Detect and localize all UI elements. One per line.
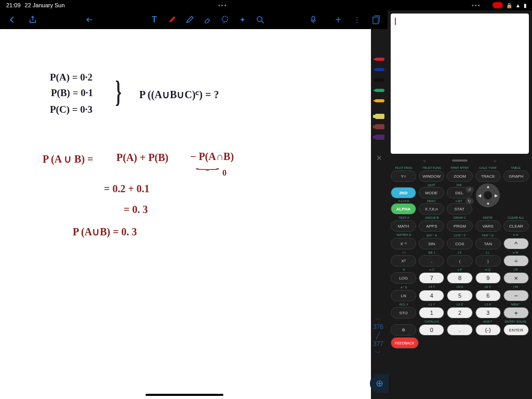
status-bar: 21:09 22 January Sun ••• ••• 🔒 ▲ ▮: [0, 0, 532, 10]
handwriting-canvas[interactable]: P(A) = 0·2 P(B) = 0·1 P(C) = 0·3 } P ((A…: [0, 29, 388, 399]
eraser-tool-icon[interactable]: [203, 15, 212, 24]
calc-7-button[interactable]: 7: [419, 272, 444, 284]
calc-alpha-button[interactable]: ALPHA: [391, 203, 416, 215]
page-total: 377: [373, 340, 383, 349]
calc-enter-button[interactable]: ENTER: [503, 324, 529, 336]
calculator-screen[interactable]: [391, 14, 529, 154]
dpad-right-icon[interactable]: ▶: [495, 193, 498, 198]
lasso-tool-icon[interactable]: [220, 15, 230, 24]
calc-2nd-button[interactable]: 2ND: [391, 187, 416, 198]
text-tool-icon[interactable]: T: [150, 15, 159, 24]
calc-graph-button[interactable]: GRAPH: [503, 170, 529, 182]
share-icon[interactable]: [28, 15, 37, 24]
pencil-red-icon[interactable]: [372, 55, 387, 63]
calc-mode-button[interactable]: MODE: [419, 187, 444, 198]
calc-nav-fwd-icon[interactable]: ↻: [466, 198, 474, 204]
calc-log-button[interactable]: LOG: [391, 272, 416, 284]
pencil-orange-icon[interactable]: [372, 97, 387, 105]
marker-purple-icon[interactable]: [372, 133, 387, 141]
page-up-icon[interactable]: ︿: [373, 314, 383, 323]
calc-minus-button[interactable]: −: [503, 290, 529, 301]
marker-yellow-icon[interactable]: [372, 112, 387, 121]
highlighter-tool-icon[interactable]: [185, 15, 194, 24]
calc-tan-button[interactable]: TAN: [475, 238, 501, 249]
note-line: P(A) = 0·2: [50, 72, 92, 83]
zoom-fab-icon[interactable]: ⊕: [370, 374, 389, 393]
calc-9-button[interactable]: 9: [475, 272, 501, 284]
dpad-up-icon[interactable]: ▲: [486, 184, 490, 189]
calc-divide-button[interactable]: ÷: [503, 255, 529, 267]
orientation-lock-icon: 🔒: [506, 3, 512, 8]
note-line: = 0. 3: [124, 204, 148, 216]
calc-y-equals-button[interactable]: Y=: [391, 170, 416, 182]
shape-tool-icon[interactable]: ✦: [238, 15, 247, 24]
calc-rparen-button[interactable]: ): [475, 255, 501, 267]
calc-window-button[interactable]: WINDOW: [419, 170, 444, 182]
calc-4-button[interactable]: 4: [419, 290, 444, 301]
calc-apps-button[interactable]: APPS: [419, 220, 444, 232]
more-icon[interactable]: ⋮: [352, 15, 362, 24]
calc-sin-button[interactable]: SIN: [419, 238, 444, 249]
calc-stat-button[interactable]: STAT: [447, 203, 472, 215]
page-down-icon[interactable]: ﹀: [373, 349, 383, 357]
calc-vars-button[interactable]: VARS: [475, 220, 501, 232]
calc-comma-button[interactable]: ,: [419, 255, 444, 267]
calc-decimal-button[interactable]: .: [447, 324, 472, 336]
undo-icon[interactable]: [86, 15, 96, 24]
dpad-down-icon[interactable]: ▼: [486, 202, 490, 206]
calc-settings-button[interactable]: ⚙: [391, 324, 416, 336]
status-time: 21:09: [6, 2, 21, 8]
pages-icon[interactable]: [371, 15, 380, 24]
dpad-left-icon[interactable]: ◀: [478, 193, 481, 198]
calc-negate-button[interactable]: (-): [475, 324, 501, 336]
close-strip-icon[interactable]: ✕: [376, 154, 382, 162]
calc-6-button[interactable]: 6: [475, 290, 501, 301]
pencil-green-icon[interactable]: [372, 86, 387, 95]
calc-sto-button[interactable]: STO: [391, 307, 416, 318]
calc-5-button[interactable]: 5: [447, 290, 472, 301]
calc-8-button[interactable]: 8: [447, 272, 472, 284]
pen-tool-icon[interactable]: [167, 15, 177, 24]
marker-brown-icon[interactable]: [372, 123, 387, 131]
calc-math-button[interactable]: MATH: [391, 220, 416, 232]
calc-trace-button[interactable]: TRACE: [475, 170, 501, 182]
calc-var-button[interactable]: X,T,θ,n: [419, 203, 444, 215]
calc-cos-button[interactable]: COS: [447, 238, 472, 249]
calc-feedback-button[interactable]: FEEDBACK: [391, 337, 419, 349]
status-date: 22 January Sun: [25, 2, 65, 8]
calc-0-button[interactable]: 0: [419, 324, 444, 336]
back-icon[interactable]: [7, 15, 17, 24]
note-underbrace: ⏟: [196, 159, 218, 171]
calc-nav-back-icon[interactable]: ↺: [466, 187, 474, 193]
calc-2-button[interactable]: 2: [447, 307, 472, 318]
calc-zoom-button[interactable]: ZOOM: [447, 170, 472, 182]
calc-clear-button[interactable]: CLEAR: [503, 220, 529, 232]
calc-multiply-button[interactable]: ×: [503, 272, 529, 284]
mic-icon[interactable]: [309, 15, 318, 24]
note-line: P(A) + P(B): [116, 152, 168, 164]
calc-lparen-button[interactable]: (: [447, 255, 472, 267]
calc-1-button[interactable]: 1: [419, 307, 444, 318]
calc-power-button[interactable]: ^: [503, 238, 529, 249]
zoom-tool-icon[interactable]: [256, 15, 265, 24]
recording-badge-icon[interactable]: [493, 2, 503, 8]
add-icon[interactable]: +: [334, 15, 343, 24]
calc-3-button[interactable]: 3: [475, 307, 501, 318]
note-brace: }: [115, 74, 122, 110]
calculator-panel: «» PLOT FRACTBLST FUNCFRMT MTRXCALC YVAR…: [388, 10, 532, 399]
pencil-black-icon[interactable]: [372, 76, 387, 84]
multitask-indicator-right[interactable]: •••: [472, 2, 481, 8]
multitask-indicator-left[interactable]: •••: [218, 2, 228, 8]
calc-ln-button[interactable]: LN: [391, 290, 416, 301]
battery-icon: ▮: [524, 3, 527, 8]
status-icons: 🔒 ▲ ▮: [493, 2, 527, 8]
pencil-blue-icon[interactable]: [372, 65, 387, 74]
calc-plus-button[interactable]: +: [503, 307, 529, 318]
calc-prgm-button[interactable]: PRGM: [447, 220, 472, 232]
calc-dpad[interactable]: ▲ ▼ ◀ ▶: [476, 183, 500, 207]
home-indicator[interactable]: [145, 394, 223, 396]
calc-square-button[interactable]: X²: [391, 255, 416, 267]
svg-point-0: [222, 16, 228, 22]
calc-inverse-button[interactable]: X⁻¹: [391, 238, 416, 249]
svg-rect-2: [312, 16, 314, 20]
